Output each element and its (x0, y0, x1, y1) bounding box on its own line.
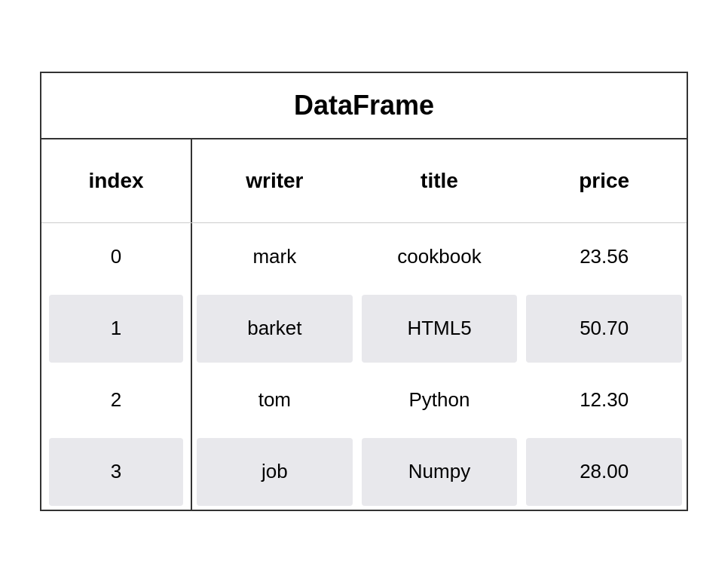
index-value-2: 2 (41, 366, 191, 434)
cell-title-2: Python (357, 366, 522, 434)
header-writer: writer (192, 139, 357, 222)
cell-writer-2: tom (192, 366, 357, 434)
data-cells-3: jobNumpy28.00 (192, 434, 687, 510)
index-cell-3: 3 (41, 434, 192, 510)
index-value-0: 0 (41, 223, 191, 291)
data-cells-2: tomPython12.30 (192, 366, 687, 434)
body-rows: 0markcookbook23.561barketHTML550.702tomP… (41, 223, 687, 510)
cell-price-0: 23.56 (522, 223, 687, 291)
cell-price-2: 12.30 (522, 366, 687, 434)
data-cells-0: markcookbook23.56 (192, 223, 687, 291)
cell-writer-3: job (197, 438, 353, 506)
cell-title-3: Numpy (362, 438, 518, 506)
header-row: index writer title price (41, 139, 687, 223)
dataframe-container: DataFrame index writer title price 0mark… (40, 72, 688, 511)
data-cells-1: barketHTML550.70 (192, 291, 687, 366)
header-cols: writer title price (192, 139, 687, 222)
cell-writer-1: barket (197, 295, 353, 363)
index-value-1: 1 (49, 295, 183, 363)
header-title: title (357, 139, 522, 222)
table-row: 0markcookbook23.56 (41, 223, 687, 291)
cell-writer-0: mark (192, 223, 357, 291)
table-row: 2tomPython12.30 (41, 366, 687, 434)
index-cell-2: 2 (41, 366, 192, 434)
index-cell-0: 0 (41, 223, 192, 291)
table-row: 3jobNumpy28.00 (41, 434, 687, 510)
cell-price-3: 28.00 (526, 438, 682, 506)
dataframe-title: DataFrame (41, 73, 687, 139)
header-price: price (522, 139, 687, 222)
index-cell-1: 1 (41, 291, 192, 366)
cell-price-1: 50.70 (526, 295, 682, 363)
index-value-3: 3 (49, 438, 183, 506)
cell-title-0: cookbook (357, 223, 522, 291)
cell-title-1: HTML5 (362, 295, 518, 363)
header-index: index (41, 139, 192, 222)
table-row: 1barketHTML550.70 (41, 291, 687, 366)
